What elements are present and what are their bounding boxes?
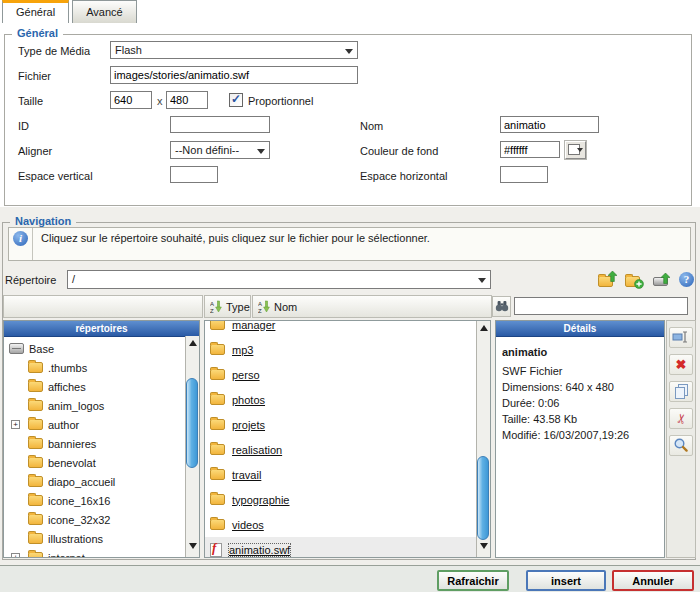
vspace-label: Espace vertical <box>18 168 93 185</box>
file-link[interactable]: projets <box>232 419 265 431</box>
file-link[interactable]: videos <box>232 519 264 531</box>
svg-text:Z: Z <box>210 308 214 313</box>
file-link[interactable]: perso <box>232 369 260 381</box>
details-panel: Détails animatio SWF Fichier Dimensions:… <box>495 320 665 558</box>
bgcolor-label: Couleur de fond <box>360 143 438 160</box>
hspace-label: Espace horizontal <box>360 168 447 185</box>
folder-up-button[interactable] <box>597 271 616 289</box>
directory-select[interactable]: / <box>67 270 491 289</box>
file-link[interactable]: manager <box>232 320 275 331</box>
scroll-up-icon[interactable] <box>189 340 197 346</box>
media-manager-dialog: Général Avancé Général Type de Média Fla… <box>0 0 700 592</box>
rename-button[interactable] <box>669 327 693 348</box>
scroll-up-icon[interactable] <box>480 325 488 331</box>
file-row[interactable]: perso <box>205 362 477 387</box>
file-row[interactable]: projets <box>205 412 477 437</box>
file-row[interactable]: animatio.swf <box>205 537 477 558</box>
plus-badge-icon <box>634 279 644 289</box>
delete-button[interactable]: ✖ <box>669 354 693 375</box>
vspace-input[interactable] <box>170 166 218 183</box>
name-column-label: Nom <box>274 301 297 313</box>
sort-name-header[interactable]: AZ Nom <box>252 295 492 318</box>
file-row[interactable]: realisation <box>205 437 477 462</box>
folder-icon <box>28 533 43 544</box>
file-label: Fichier <box>18 68 51 85</box>
proportional-checkbox[interactable] <box>229 93 243 107</box>
refresh-button[interactable]: Rafraichir <box>437 570 509 591</box>
file-link[interactable]: photos <box>232 394 265 406</box>
new-folder-button[interactable] <box>624 271 643 289</box>
tree-item[interactable]: benevolat <box>4 453 185 472</box>
tree-scrollbar-thumb[interactable] <box>186 378 198 468</box>
tab-advanced[interactable]: Avancé <box>72 0 137 23</box>
upload-arrow-icon <box>661 273 670 284</box>
tree-item-label: author <box>48 419 79 431</box>
cut-button[interactable]: ✂ <box>669 408 693 429</box>
tree-item[interactable]: diapo_accueil <box>4 472 185 491</box>
file-row[interactable]: typographie <box>205 487 477 512</box>
color-picker-button[interactable] <box>565 141 586 159</box>
media-type-select[interactable]: Flash <box>110 41 358 59</box>
tree-item[interactable]: icone_16x16 <box>4 491 185 510</box>
search-button[interactable] <box>492 296 511 317</box>
cut-icon: ✂ <box>671 411 692 425</box>
tree-item-label: Base <box>29 343 54 355</box>
bgcolor-input[interactable] <box>500 141 560 158</box>
folder-icon <box>9 343 24 354</box>
expand-toggle[interactable] <box>11 420 20 429</box>
tree-item[interactable]: Base <box>4 339 185 358</box>
hspace-input[interactable] <box>500 166 548 183</box>
file-row[interactable]: videos <box>205 512 477 537</box>
folder-icon <box>28 552 43 557</box>
file-row[interactable]: travail <box>205 462 477 487</box>
copy-button[interactable] <box>669 381 693 402</box>
help-button[interactable]: ? <box>679 272 698 290</box>
files-scrollbar-thumb[interactable] <box>477 456 489 540</box>
cancel-button[interactable]: Annuler <box>612 570 694 591</box>
file-row[interactable]: manager <box>205 320 477 337</box>
file-type-icon <box>210 419 225 430</box>
tree-panel-header: répertoires <box>4 321 199 337</box>
upload-button[interactable] <box>652 271 671 289</box>
sort-type-header[interactable]: AZ Type <box>204 295 251 318</box>
file-row[interactable]: photos <box>205 387 477 412</box>
align-select[interactable]: --Non défini-- <box>170 141 270 159</box>
height-input[interactable] <box>166 91 208 109</box>
tree-item[interactable]: .thumbs <box>4 358 185 377</box>
scroll-down-icon[interactable] <box>189 543 197 549</box>
details-line: Modifié: 16/03/2007,19:26 <box>502 427 658 443</box>
tree-item[interactable]: author <box>4 415 185 434</box>
expand-toggle[interactable] <box>11 553 20 557</box>
file-input[interactable] <box>110 66 358 84</box>
tree-item[interactable]: illustrations <box>4 529 185 548</box>
search-input[interactable] <box>514 297 688 315</box>
tab-general[interactable]: Général <box>2 0 69 23</box>
tree-panel: répertoires Base .thumbs aff <box>3 320 200 558</box>
tree-scrollbar[interactable] <box>185 336 199 557</box>
tree-item[interactable]: affiches <box>4 377 185 396</box>
name-input[interactable] <box>500 116 599 133</box>
color-swatch <box>568 144 580 155</box>
id-input[interactable] <box>170 116 270 133</box>
file-row[interactable]: mp3 <box>205 337 477 362</box>
insert-button[interactable]: insert <box>526 570 606 591</box>
scroll-down-icon[interactable] <box>480 543 488 549</box>
tree-item[interactable]: internet <box>4 548 185 557</box>
files-scrollbar[interactable] <box>476 321 490 557</box>
file-link[interactable]: typographie <box>232 494 290 506</box>
folder-icon <box>28 381 43 392</box>
file-link[interactable]: realisation <box>232 444 282 456</box>
tree-item-label: illustrations <box>48 533 103 545</box>
tree-item[interactable]: bannieres <box>4 434 185 453</box>
file-link[interactable]: travail <box>232 469 261 481</box>
type-column-label: Type <box>226 301 250 313</box>
width-input[interactable] <box>110 91 152 109</box>
file-link[interactable]: mp3 <box>232 344 253 356</box>
size-separator: x <box>157 93 163 110</box>
file-link[interactable]: animatio.swf <box>229 544 290 556</box>
file-list-panel: manager mp3 perso photos <box>204 320 491 558</box>
preview-button[interactable] <box>669 435 693 456</box>
file-type-icon <box>210 519 225 530</box>
tree-item[interactable]: icone_32x32 <box>4 510 185 529</box>
tree-item[interactable]: anim_logos <box>4 396 185 415</box>
